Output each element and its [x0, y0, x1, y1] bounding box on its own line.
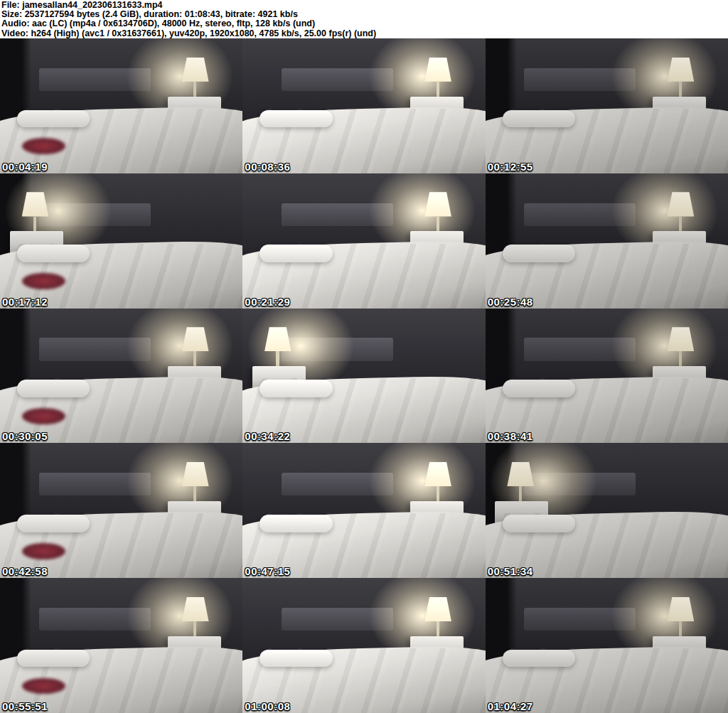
timestamp-overlay: 00:51:34 [488, 565, 533, 577]
thumbnail-placeholder-scene [0, 443, 242, 578]
thumbnail-grid: 00:04:19 00:08:36 [0, 38, 728, 713]
scene-pillow [503, 515, 575, 532]
thumbnail-placeholder-scene [0, 173, 242, 309]
video-thumbnail: 00:30:05 [0, 309, 242, 444]
video-thumbnail: 00:51:34 [486, 443, 728, 578]
video-thumbnail: 00:47:15 [242, 443, 485, 578]
scene-pillow [17, 515, 90, 532]
thumbnail-placeholder-scene [0, 309, 242, 444]
video-thumbnail: 00:34:22 [242, 309, 485, 444]
thumbnail-placeholder-scene [242, 309, 485, 444]
lamp-stem [679, 621, 682, 638]
lamp-stem [193, 621, 196, 638]
audio-info-line: Audio: aac (LC) (mp4a / 0x6134706D), 480… [1, 19, 728, 28]
scene-red-garment [22, 273, 65, 289]
thumbnail-placeholder-scene [242, 173, 485, 309]
thumbnail-placeholder-scene [0, 38, 242, 173]
video-thumbnail: 00:04:19 [0, 38, 242, 173]
lamp-stem [437, 82, 439, 98]
scene-pillow [17, 110, 90, 128]
video-thumbnail: 00:38:41 [486, 309, 728, 444]
timestamp-overlay: 00:34:22 [245, 430, 290, 442]
timestamp-overlay: 00:42:58 [2, 565, 48, 577]
lamp-stem [437, 621, 439, 638]
thumbnail-placeholder-scene [486, 309, 728, 444]
lamp-stem [679, 217, 682, 233]
lamp-stem [679, 351, 682, 368]
timestamp-overlay: 00:17:12 [2, 296, 48, 308]
scene-pillow [17, 245, 90, 262]
video-info-line: Video: h264 (High) (avc1 / 0x31637661), … [1, 29, 728, 38]
scene-red-garment [22, 543, 65, 559]
scene-pillow [17, 650, 90, 668]
timestamp-overlay: 00:47:15 [245, 565, 290, 577]
timestamp-overlay: 01:00:08 [245, 700, 290, 712]
thumbnail-placeholder-scene [0, 578, 242, 713]
video-thumbnail: 00:17:12 [0, 173, 242, 309]
scene-pillow [259, 380, 332, 397]
scene-pillow [503, 380, 575, 397]
scene-red-garment [22, 408, 65, 424]
thumbnail-placeholder-scene [242, 38, 485, 173]
thumbnail-placeholder-scene [486, 578, 728, 713]
video-thumbnail: 01:04:27 [486, 578, 728, 713]
lamp-stem [193, 351, 196, 368]
video-thumbnail: 00:12:55 [486, 38, 728, 173]
scene-pillow [259, 110, 332, 128]
thumbnail-placeholder-scene [242, 578, 485, 713]
media-metadata-header: File: jamesallan44_202306131633.mp4 Size… [0, 0, 728, 38]
scene-pillow [259, 650, 332, 668]
video-thumbnail: 00:55:51 [0, 578, 242, 713]
thumbnail-placeholder-scene [486, 173, 728, 309]
thumbnail-placeholder-scene [486, 38, 728, 173]
video-thumbnail: 00:21:29 [242, 173, 485, 309]
video-thumbnail: 00:42:58 [0, 443, 242, 578]
lamp-stem [437, 217, 439, 233]
timestamp-overlay: 00:38:41 [488, 430, 533, 442]
timestamp-overlay: 00:30:05 [2, 430, 48, 442]
timestamp-overlay: 00:55:51 [2, 700, 48, 712]
timestamp-overlay: 00:04:19 [2, 161, 48, 173]
scene-pillow [503, 650, 575, 668]
lamp-stem [33, 217, 36, 233]
lamp-stem [193, 486, 196, 503]
contact-sheet: File: jamesallan44_202306131633.mp4 Size… [0, 0, 728, 713]
timestamp-overlay: 00:08:36 [245, 161, 290, 173]
video-thumbnail: 00:08:36 [242, 38, 485, 173]
thumbnail-placeholder-scene [486, 443, 728, 578]
timestamp-overlay: 00:25:48 [488, 296, 533, 308]
video-thumbnail: 01:00:08 [242, 578, 485, 713]
scene-pillow [259, 515, 332, 532]
timestamp-overlay: 00:21:29 [245, 296, 290, 308]
lamp-stem [519, 486, 522, 503]
lamp-stem [679, 82, 682, 98]
scene-pillow [503, 110, 575, 128]
thumbnail-placeholder-scene [242, 443, 485, 578]
lamp-stem [193, 82, 196, 98]
scene-pillow [17, 380, 90, 397]
lamp-stem [437, 486, 439, 503]
timestamp-overlay: 00:12:55 [488, 161, 533, 173]
timestamp-overlay: 01:04:27 [488, 700, 533, 712]
scene-pillow [503, 245, 575, 262]
lamp-stem [276, 351, 279, 368]
video-thumbnail: 00:25:48 [486, 173, 728, 309]
scene-pillow [259, 245, 332, 262]
